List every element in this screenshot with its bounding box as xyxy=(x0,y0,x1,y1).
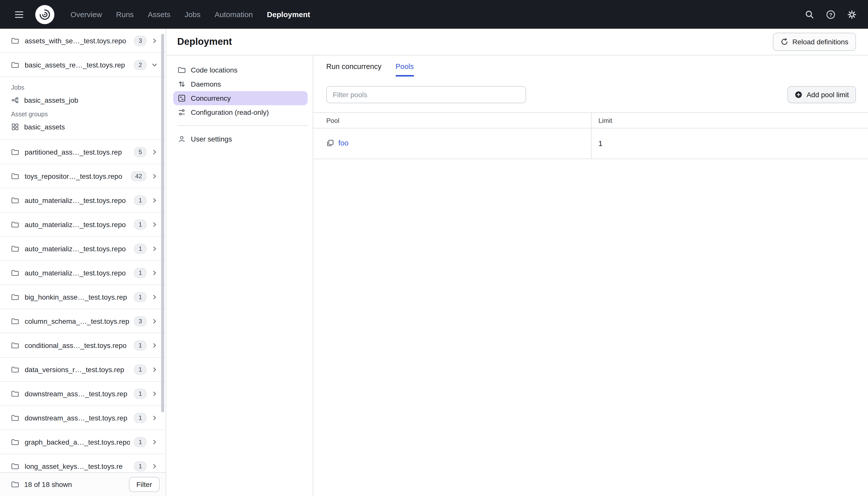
repo-name: auto_materializ…_test.toys.repo xyxy=(25,269,130,277)
add-pool-limit-label: Add pool limit xyxy=(807,91,849,99)
dagster-logo-icon xyxy=(38,8,51,21)
chevron-right-icon[interactable] xyxy=(152,318,158,324)
add-pool-limit-button[interactable]: Add pool limit xyxy=(787,86,856,103)
chevron-right-icon[interactable] xyxy=(152,294,158,300)
job-item[interactable]: basic_assets_job xyxy=(0,94,165,107)
page-body: Code locations Daemons Concurrency xyxy=(166,56,868,496)
job-icon xyxy=(11,96,19,104)
chevron-right-icon[interactable] xyxy=(152,197,158,203)
menu-button[interactable] xyxy=(10,5,28,24)
repo-count-badge: 1 xyxy=(134,437,146,447)
repo-row[interactable]: long_asset_keys…_test.toys.re 1 xyxy=(0,454,165,472)
chevron-right-icon[interactable] xyxy=(152,221,158,227)
repo-name: conditional_ass…_test.toys.repo xyxy=(25,341,130,349)
repo-row[interactable]: auto_materializ…_test.toys.repo 1 xyxy=(0,188,165,213)
settings-nav-code-locations[interactable]: Code locations xyxy=(173,63,307,77)
nav-jobs[interactable]: Jobs xyxy=(177,0,207,29)
filter-button[interactable]: Filter xyxy=(129,477,160,492)
nav-assets[interactable]: Assets xyxy=(141,0,177,29)
folder-icon xyxy=(11,148,19,156)
repo-row[interactable]: downstream_ass…_test.toys.rep 1 xyxy=(0,406,165,430)
folder-icon xyxy=(11,36,19,45)
repo-row[interactable]: partitioned_ass…_test.toys.rep 5 xyxy=(0,140,165,164)
repo-name: downstream_ass…_test.toys.rep xyxy=(25,389,130,398)
repo-name: long_asset_keys…_test.toys.re xyxy=(25,462,130,470)
folder-icon xyxy=(11,438,19,446)
pool-link[interactable]: foo xyxy=(338,139,348,147)
folder-icon xyxy=(11,269,19,277)
repo-count-badge: 5 xyxy=(134,147,146,157)
chevron-right-icon[interactable] xyxy=(152,149,158,155)
repo-name: downstream_ass…_test.toys.rep xyxy=(25,414,130,422)
chevron-right-icon[interactable] xyxy=(152,390,158,397)
folder-icon xyxy=(11,414,19,422)
chevron-down-icon[interactable] xyxy=(152,62,158,68)
dagster-logo[interactable] xyxy=(35,5,54,24)
settings-nav-concurrency[interactable]: Concurrency xyxy=(173,91,307,105)
chevron-right-icon[interactable] xyxy=(152,173,158,179)
user-icon xyxy=(178,135,186,143)
repo-row[interactable]: downstream_ass…_test.toys.rep 1 xyxy=(0,382,165,406)
repo-row[interactable]: column_schema_…_test.toys.rep 3 xyxy=(0,309,165,334)
chevron-right-icon[interactable] xyxy=(152,439,158,445)
chevron-right-icon[interactable] xyxy=(152,270,158,276)
help-button[interactable]: ? xyxy=(822,5,840,24)
repo-row[interactable]: auto_materializ…_test.toys.repo 1 xyxy=(0,261,165,285)
folder-icon xyxy=(11,245,19,252)
repo-row[interactable]: toys_repositor…_test.toys.repo 42 xyxy=(0,164,165,188)
repo-row[interactable]: conditional_ass…_test.toys.repo 1 xyxy=(0,334,165,358)
settings-nav-configuration[interactable]: Configuration (read-only) xyxy=(173,105,307,119)
repo-row[interactable]: data_versions_r…_test.toys.rep 1 xyxy=(0,358,165,382)
settings-button[interactable] xyxy=(843,5,861,24)
limit-cell: 1 xyxy=(591,128,868,159)
folder-icon xyxy=(11,61,19,69)
repo-row[interactable]: auto_materializ…_test.toys.repo 1 xyxy=(0,237,165,261)
chevron-right-icon[interactable] xyxy=(152,37,158,44)
reload-definitions-label: Reload definitions xyxy=(792,38,848,46)
repo-name: data_versions_r…_test.toys.rep xyxy=(25,365,130,373)
repos-shown-count: 18 of 18 shown xyxy=(24,480,72,489)
search-icon xyxy=(805,9,815,19)
folder-icon xyxy=(11,172,19,180)
repo-row[interactable]: basic_assets_re…_test.toys.rep 2 xyxy=(0,53,165,77)
chevron-right-icon[interactable] xyxy=(152,342,158,348)
repo-name: column_schema_…_test.toys.rep xyxy=(25,317,130,325)
repo-name: auto_materializ…_test.toys.repo xyxy=(25,196,130,204)
settings-nav-label: User settings xyxy=(191,135,232,143)
settings-nav-daemons[interactable]: Daemons xyxy=(173,77,307,91)
repo-row[interactable]: assets_with_se…_test.toys.repo 3 xyxy=(0,29,165,53)
job-name: basic_assets_job xyxy=(24,96,78,104)
sidebar-scrollbar[interactable] xyxy=(161,34,164,413)
repo-row[interactable]: big_honkin_asse…_test.toys.rep 1 xyxy=(0,285,165,309)
daemon-icon xyxy=(178,80,186,88)
nav-automation[interactable]: Automation xyxy=(208,0,260,29)
asset-group-item[interactable]: basic_assets xyxy=(0,120,165,134)
settings-nav-user-settings[interactable]: User settings xyxy=(173,132,307,146)
chevron-right-icon[interactable] xyxy=(152,246,158,251)
folder-icon xyxy=(11,389,19,398)
reload-definitions-button[interactable]: Reload definitions xyxy=(773,33,856,51)
nav-deployment[interactable]: Deployment xyxy=(260,0,317,29)
folder-icon xyxy=(11,365,19,373)
repo-name: big_honkin_asse…_test.toys.rep xyxy=(25,293,130,301)
chevron-right-icon[interactable] xyxy=(152,366,158,372)
page-title: Deployment xyxy=(177,36,232,47)
search-button[interactable] xyxy=(801,5,819,24)
folder-icon xyxy=(11,480,19,489)
repo-row[interactable]: graph_backed_a…_test.toys.repo 1 xyxy=(0,430,165,454)
filter-pools-input[interactable] xyxy=(326,86,526,103)
repo-count-badge: 1 xyxy=(134,413,146,423)
nav-runs[interactable]: Runs xyxy=(109,0,141,29)
tab-pools[interactable]: Pools xyxy=(395,56,414,77)
chevron-right-icon[interactable] xyxy=(152,463,158,469)
topnav-actions: ? xyxy=(801,5,861,24)
svg-text:?: ? xyxy=(829,12,833,17)
chevron-right-icon[interactable] xyxy=(152,415,158,421)
tab-run-concurrency[interactable]: Run concurrency xyxy=(326,56,381,77)
menu-icon xyxy=(14,9,25,20)
deployment-page: Deployment Reload definitions Code locat… xyxy=(166,29,868,496)
nav-overview[interactable]: Overview xyxy=(63,0,109,29)
repo-count-badge: 42 xyxy=(131,171,146,181)
repo-row[interactable]: auto_materializ…_test.toys.repo 1 xyxy=(0,213,165,237)
repo-name: toys_repositor…_test.toys.repo xyxy=(25,172,127,180)
